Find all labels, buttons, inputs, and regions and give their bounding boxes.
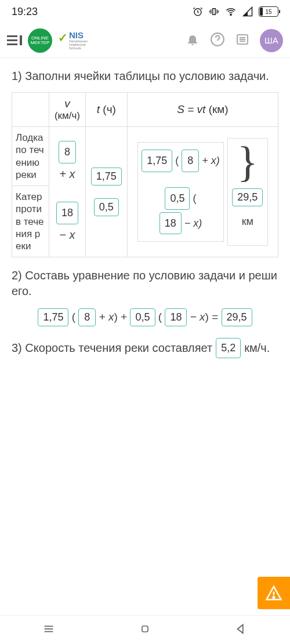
android-nav-bar: [0, 615, 290, 644]
th-distance: S = vt (км): [127, 93, 278, 127]
s-total-box: } 29,5 км: [227, 138, 268, 246]
th-blank: [12, 93, 49, 127]
s2-num-input[interactable]: 18: [160, 212, 182, 235]
avatar-initials: ША: [264, 35, 278, 45]
eq-rhs[interactable]: 29,5: [222, 308, 252, 326]
s2-coef-input[interactable]: 0,5: [165, 187, 190, 210]
battery-icon: 15: [259, 6, 278, 17]
warning-fab[interactable]: [258, 577, 290, 609]
task1-prompt: 1) Заполни ячейки таблицы по условию зад…: [12, 68, 278, 84]
recent-apps-button[interactable]: [42, 623, 55, 638]
eq-c1[interactable]: 1,75: [38, 308, 68, 326]
status-time: 19:23: [12, 6, 38, 18]
th-t-unit: (ч): [103, 103, 116, 115]
v2-opvar: − x: [59, 228, 75, 241]
signal-icon: [242, 6, 253, 17]
eq-c2[interactable]: 0,5: [130, 308, 155, 326]
task3-line: 3) Скорость течения реки составляет 5,2 …: [12, 337, 278, 359]
th-time: t (ч): [85, 93, 127, 127]
s1-coef-input[interactable]: 1,75: [142, 150, 172, 172]
list-icon[interactable]: [235, 32, 249, 49]
nis-logo[interactable]: ✓ NIS Nazarbayev Intellectual Schools: [58, 31, 88, 50]
row1-label: Лодка по течению реки: [12, 127, 49, 186]
home-button[interactable]: [139, 623, 151, 637]
online-mektep-logo[interactable]: ONLINE MEKTEP: [28, 28, 52, 53]
velocity-cells: 8 + x 18 − x: [49, 127, 85, 257]
th-v-unit: (км/ч): [53, 110, 81, 122]
nis-sub3: Schools: [69, 46, 88, 50]
eq-n1[interactable]: 8: [78, 308, 96, 326]
avatar[interactable]: ША: [260, 29, 283, 52]
s2-rest: − x): [184, 217, 202, 229]
lesson-content: 1) Заполни ячейки таблицы по условию зад…: [0, 58, 290, 359]
problem-table: v (км/ч) t (ч) S = vt (км) Лодка по тече…: [12, 92, 278, 257]
t2-input[interactable]: 0,5: [94, 198, 119, 216]
alarm-icon: [193, 6, 203, 17]
android-status-bar: 19:23 15: [0, 0, 290, 23]
task2-prompt: 2) Составь уравнение по условию задачи и…: [12, 268, 278, 299]
svg-point-8: [273, 596, 275, 598]
s1-num-input[interactable]: 8: [182, 150, 199, 172]
v2-input[interactable]: 18: [56, 202, 78, 224]
wifi-icon: [225, 6, 237, 17]
time-cells: 1,75 0,5: [85, 127, 127, 257]
task3-value[interactable]: 5,2: [216, 338, 241, 358]
bell-icon[interactable]: [186, 32, 200, 49]
vibrate-icon: [209, 6, 219, 17]
s1-rest: + x): [202, 155, 220, 166]
total-unit: км: [242, 216, 253, 228]
task3-prefix: 3) Скорость течения реки составляет: [12, 340, 212, 356]
total-input[interactable]: 29,5: [232, 188, 263, 206]
distance-cells: 1,75 ( 8 + x) 0,5 ( 18 − x) } 2: [127, 127, 278, 257]
brace-icon: }: [237, 144, 258, 179]
nis-check-icon: ✓: [58, 31, 68, 45]
svg-rect-12: [142, 626, 148, 632]
th-s-var: S: [177, 103, 184, 115]
help-icon[interactable]: [210, 32, 225, 49]
logo-text-line2: MEKTEP: [31, 41, 50, 45]
th-s-eq: = vt: [187, 103, 205, 115]
back-button[interactable]: [235, 623, 248, 638]
nis-main-text: NIS: [69, 31, 88, 39]
v1-input[interactable]: 8: [59, 141, 76, 163]
row2-label: Катер против течения реки: [12, 186, 49, 257]
s-expressions: 1,75 ( 8 + x) 0,5 ( 18 − x): [137, 142, 224, 242]
th-t-var: t: [97, 103, 100, 115]
status-icons: 15: [193, 6, 278, 17]
svg-point-1: [230, 14, 231, 15]
equation: 1,75 ( 8 + x) + 0,5 ( 18 − x) = 29,5: [12, 307, 278, 328]
th-v-var: v: [64, 97, 70, 110]
th-velocity: v (км/ч): [49, 93, 85, 127]
battery-text: 15: [265, 9, 271, 15]
eq-n2[interactable]: 18: [165, 308, 187, 326]
t1-input[interactable]: 1,75: [91, 168, 122, 185]
th-s-unit: (км): [209, 103, 229, 115]
menu-button[interactable]: [7, 35, 22, 45]
task3-suffix: км/ч.: [244, 340, 270, 356]
v1-opvar: + x: [59, 168, 75, 180]
app-header: ONLINE MEKTEP ✓ NIS Nazarbayev Intellect…: [0, 23, 290, 58]
